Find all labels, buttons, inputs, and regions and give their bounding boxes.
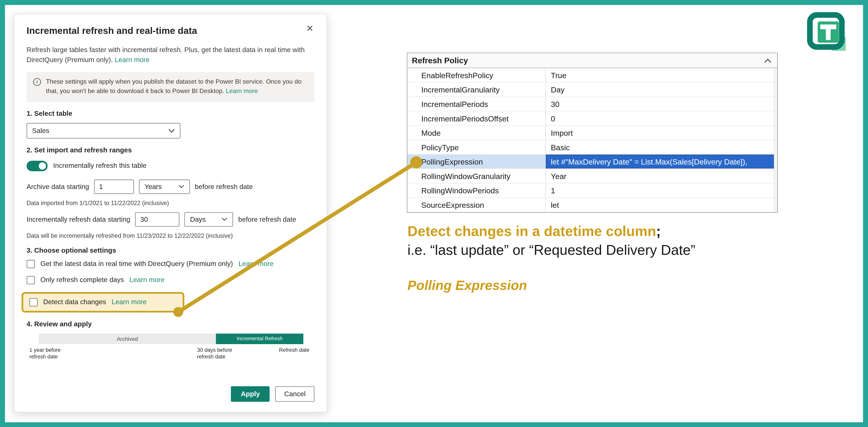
property-value[interactable]: let #"MaxDelivery Date" = List.Max(Sales…	[546, 154, 777, 168]
property-name: IncrementalPeriodsOffset	[407, 111, 546, 125]
refresh-range-bar: Archived Incremental Refresh	[39, 334, 303, 344]
incremental-value-input[interactable]	[135, 212, 180, 227]
incremental-refresh-dialog: Incremental refresh and real-time data ×…	[14, 14, 327, 412]
archived-segment: Archived	[39, 334, 216, 344]
property-value[interactable]: Basic	[546, 140, 777, 154]
intro-text: Refresh large tables faster with increme…	[27, 46, 305, 64]
table-select-value: Sales	[32, 127, 49, 135]
property-name: RollingWindowGranularity	[407, 169, 546, 183]
complete-days-learn-more-link[interactable]: Learn more	[129, 276, 164, 284]
info-icon: i	[33, 78, 41, 86]
notice-text: These settings will apply when you publi…	[46, 77, 308, 96]
incremental-refresh-toggle[interactable]	[27, 161, 48, 171]
directquery-label: Get the latest data in real time with Di…	[40, 260, 233, 268]
close-icon[interactable]: ×	[305, 22, 314, 34]
chevron-up-icon[interactable]	[764, 58, 772, 63]
incremental-segment-label: Incremental Refresh	[237, 336, 283, 341]
property-name: RollingWindowPeriods	[407, 183, 546, 197]
complete-days-checkbox[interactable]	[27, 276, 35, 284]
annotation-subline: i.e. “last update” or “Requested Deliver…	[407, 241, 828, 260]
section-optional: 3. Choose optional settings	[27, 247, 314, 254]
property-name: PollingExpression	[407, 154, 546, 168]
canvas: Incremental refresh and real-time data ×…	[0, 0, 868, 427]
directquery-learn-more-link[interactable]: Learn more	[239, 260, 274, 268]
property-value[interactable]: Import	[546, 126, 777, 140]
intro-learn-more-link[interactable]: Learn more	[115, 56, 150, 64]
notice-learn-more-link[interactable]: Learn more	[226, 88, 258, 94]
notice-banner: i These settings will apply when you pub…	[27, 72, 314, 102]
table-row[interactable]: EnableRefreshPolicy True	[407, 68, 777, 83]
incremental-unit-select[interactable]: Days	[185, 212, 233, 227]
property-name: Mode	[407, 126, 546, 140]
property-value[interactable]: 30	[546, 97, 777, 111]
archive-unit-value: Years	[145, 183, 162, 191]
property-value[interactable]: True	[546, 68, 777, 82]
table-row[interactable]: Mode Import	[407, 126, 777, 140]
refresh-policy-header[interactable]: Refresh Policy	[407, 53, 777, 68]
table-row[interactable]: RollingWindowPeriods 1	[407, 183, 777, 198]
property-name: IncrementalGranularity	[407, 83, 546, 96]
section-select-table: 1. Select table	[27, 110, 314, 117]
toggle-label: Incrementally refresh this table	[53, 162, 147, 170]
archive-suffix: before refresh date	[195, 183, 253, 191]
chevron-down-icon	[168, 129, 175, 133]
table-row[interactable]: IncrementalPeriodsOffset 0	[407, 111, 777, 126]
annotation-block: Detect changes in a datetime column; i.e…	[407, 222, 828, 293]
section-ranges: 2. Set import and refresh ranges	[27, 146, 314, 154]
property-name: IncrementalPeriods	[407, 97, 546, 111]
table-select[interactable]: Sales	[27, 123, 180, 139]
dialog-intro: Refresh large tables faster with increme…	[27, 45, 312, 65]
dialog-title: Incremental refresh and real-time data	[27, 25, 197, 37]
annotation-caption: Polling Expression	[407, 278, 828, 293]
annotation-headline: Detect changes in a datetime column;	[407, 222, 828, 241]
scrollbar[interactable]	[774, 68, 777, 212]
refresh-policy-table: Refresh Policy EnableRefreshPolicy True …	[407, 53, 778, 213]
property-name: EnableRefreshPolicy	[407, 68, 546, 82]
axis-label-right: Refresh date	[279, 347, 309, 354]
property-value[interactable]: let	[546, 198, 777, 212]
detect-data-changes-option: Detect data changes Learn more	[22, 292, 184, 313]
archive-note: Data imported from 1/1/2021 to 11/22/202…	[27, 199, 314, 206]
table-row[interactable]: RollingWindowGranularity Year	[407, 169, 777, 183]
detect-data-changes-label: Detect data changes	[43, 298, 106, 306]
incremental-note: Data will be incrementally refreshed fro…	[27, 232, 314, 239]
property-value[interactable]: 0	[546, 111, 777, 125]
section-review: 4. Review and apply	[27, 320, 314, 328]
property-value[interactable]: Day	[546, 83, 777, 96]
table-row[interactable]: IncrementalGranularity Day	[407, 83, 777, 97]
detect-data-changes-learn-more-link[interactable]: Learn more	[112, 298, 147, 306]
property-name: PolicyType	[407, 140, 546, 154]
refresh-range-axis: 1 year before refresh date 30 days befor…	[27, 346, 314, 361]
property-value[interactable]: 1	[546, 183, 777, 197]
table-row[interactable]: IncrementalPeriods 30	[407, 97, 777, 111]
detect-data-changes-checkbox[interactable]	[29, 298, 37, 306]
directquery-checkbox[interactable]	[27, 260, 35, 268]
table-row[interactable]: SourceExpression let	[407, 198, 777, 212]
archive-unit-select[interactable]: Years	[139, 179, 190, 194]
axis-label-middle: 30 days before refresh date	[197, 347, 232, 361]
tabular-editor-logo	[806, 11, 849, 54]
refresh-policy-title: Refresh Policy	[412, 56, 468, 65]
chevron-down-icon	[178, 185, 184, 189]
incremental-suffix: before refresh date	[238, 216, 296, 223]
incremental-segment: Incremental Refresh	[216, 334, 303, 344]
incremental-unit-value: Days	[190, 216, 206, 223]
incremental-label: Incrementally refresh data starting	[27, 216, 130, 223]
archive-value-input[interactable]	[94, 179, 134, 194]
axis-label-left: 1 year before refresh date	[29, 347, 61, 361]
complete-days-option: Only refresh complete days Learn more	[27, 276, 314, 284]
property-value[interactable]: Year	[546, 169, 777, 183]
apply-button[interactable]: Apply	[231, 386, 270, 402]
archived-segment-label: Archived	[117, 336, 138, 342]
chevron-down-icon	[222, 218, 228, 221]
table-row-polling-expression[interactable]: PollingExpression let #"MaxDelivery Date…	[407, 154, 777, 169]
archive-label: Archive data starting	[27, 183, 89, 191]
directquery-option: Get the latest data in real time with Di…	[27, 260, 314, 268]
table-row[interactable]: PolicyType Basic	[407, 140, 777, 155]
property-name: SourceExpression	[407, 198, 546, 212]
cancel-button[interactable]: Cancel	[275, 386, 314, 402]
complete-days-label: Only refresh complete days	[40, 276, 124, 284]
